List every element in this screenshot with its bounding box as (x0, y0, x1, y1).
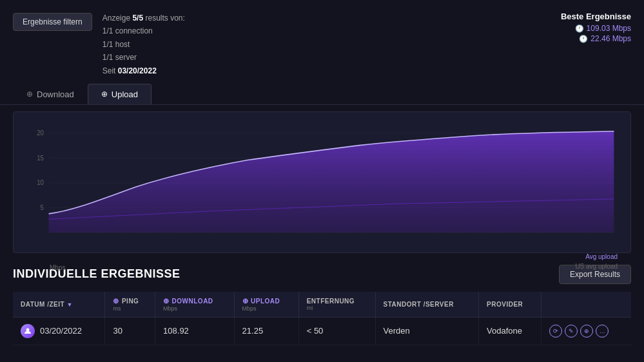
cell-upload: 21.25 (234, 317, 298, 345)
svg-text:5: 5 (40, 204, 44, 211)
col-header-actions (542, 292, 631, 318)
chart-area: 20 15 10 5 Mbps (0, 105, 644, 253)
cell-location: Verden (375, 317, 479, 345)
cell-date: 03/20/2022 (13, 317, 105, 345)
chart-container: 20 15 10 5 Mbps (13, 111, 631, 253)
avatar (21, 324, 35, 338)
svg-text:10: 10 (37, 179, 44, 186)
since-info: Seit 03/20/2022 (102, 64, 185, 77)
results-table-wrapper: DATUM /ZEIT ▼ ⊕ PING ms ⊕ DOWNLOAD Mbps (0, 292, 644, 345)
clock-icon-upload: 🕐 (579, 35, 588, 43)
cell-ping: 30 (105, 317, 155, 345)
us-avg-upload-label: US avg upload (575, 262, 618, 271)
tab-download[interactable]: ⊕ Download (13, 84, 88, 104)
upload-tab-icon: ⊕ (101, 90, 108, 99)
cell-provider: Vodafone (479, 317, 542, 345)
connection-info: 1/1 connection (102, 24, 185, 37)
ping-icon: ⊕ (113, 297, 119, 305)
upload-area-fill (49, 131, 614, 233)
tab-download-label: Download (37, 90, 74, 99)
display-label: Anzeige 5/5 results von: (102, 14, 185, 23)
sort-icon: ▼ (66, 301, 72, 308)
action-icon-3[interactable]: ⊕ (580, 325, 593, 338)
clock-icon-download: 🕐 (575, 24, 584, 33)
col-header-location: STANDORT /SERVER (375, 292, 479, 318)
col-header-ping: ⊕ PING ms (105, 292, 155, 318)
top-left-section: Ergebnisse filtern Anzeige 5/5 results v… (13, 12, 185, 77)
col-header-distance: ENTFERNUNG mi (298, 292, 375, 318)
avg-upload-label: Avg upload (575, 252, 618, 262)
svg-point-9 (26, 328, 30, 331)
best-download: 🕐 109.03 Mbps (561, 24, 631, 33)
results-table: DATUM /ZEIT ▼ ⊕ PING ms ⊕ DOWNLOAD Mbps (13, 292, 631, 345)
cell-download: 108.92 (155, 317, 235, 345)
chart-legend: Avg upload US avg upload (575, 252, 618, 271)
table-header-row: DATUM /ZEIT ▼ ⊕ PING ms ⊕ DOWNLOAD Mbps (13, 292, 631, 318)
table-row: 03/20/2022 30 108.92 21.25 < 50 Verden V… (13, 317, 631, 345)
top-bar: Ergebnisse filtern Anzeige 5/5 results v… (0, 0, 644, 84)
svg-text:20: 20 (37, 129, 44, 137)
tab-upload-label: Upload (112, 90, 138, 99)
download-col-icon: ⊕ (163, 297, 170, 305)
upload-chart: 20 15 10 5 (24, 120, 620, 247)
server-info: 1/1 server (102, 51, 185, 64)
filter-button[interactable]: Ergebnisse filtern (13, 13, 92, 31)
col-header-date[interactable]: DATUM /ZEIT ▼ (13, 292, 105, 318)
mbps-label: Mbps (50, 264, 65, 271)
cell-actions: ⟳ ✎ ⊕ … (542, 317, 631, 345)
tabs-bar: ⊕ Download ⊕ Upload (0, 84, 644, 105)
upload-col-icon: ⊕ (242, 297, 249, 305)
tab-upload[interactable]: ⊕ Upload (88, 84, 151, 104)
host-info: 1/1 host (102, 38, 185, 51)
action-icon-4[interactable]: … (596, 325, 609, 338)
display-info: Anzeige 5/5 results von: 1/1 connection … (102, 12, 185, 77)
chart-footer: Mbps Avg upload US avg upload (24, 249, 620, 271)
cell-distance: < 50 (298, 317, 375, 345)
best-results-panel: Beste Ergebnisse 🕐 109.03 Mbps 🕐 22.46 M… (561, 12, 631, 44)
action-icon-2[interactable]: ✎ (565, 325, 578, 338)
action-icons: ⟳ ✎ ⊕ … (549, 325, 623, 338)
col-header-download: ⊕ DOWNLOAD Mbps (155, 292, 235, 318)
col-header-upload: ⊕ UPLOAD Mbps (234, 292, 298, 318)
download-tab-icon: ⊕ (26, 90, 33, 99)
col-header-provider: PROVIDER (479, 292, 542, 318)
best-results-title: Beste Ergebnisse (561, 12, 631, 21)
action-icon-1[interactable]: ⟳ (549, 325, 562, 338)
best-upload: 🕐 22.46 Mbps (561, 34, 631, 43)
svg-text:15: 15 (37, 154, 44, 161)
